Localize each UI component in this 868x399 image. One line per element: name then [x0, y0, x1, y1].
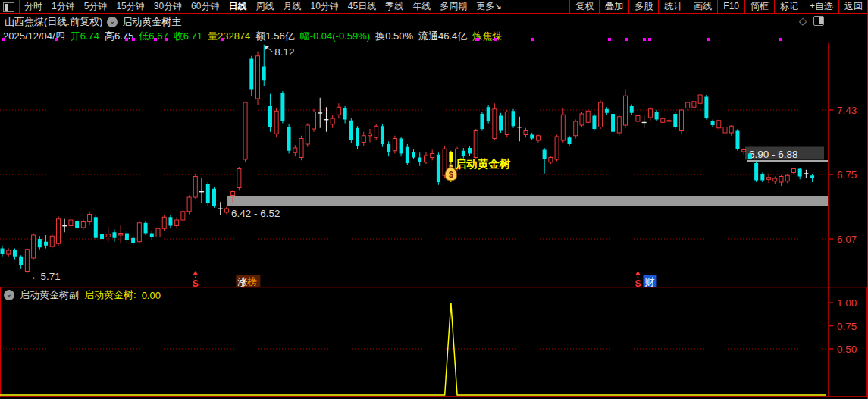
signal-dot	[125, 38, 128, 41]
title-bar-icons: ◇	[799, 16, 824, 26]
value-axis: 1.000.750.50	[829, 287, 857, 397]
svg-text:0.75: 0.75	[837, 321, 857, 332]
resistance-line: 6.90 - 6.88	[745, 147, 828, 163]
period-menu-item[interactable]: 更多↘	[476, 0, 502, 13]
toolbar-action-button[interactable]: 统计	[658, 0, 688, 13]
signal-dot	[608, 38, 611, 41]
subpanel-border	[1, 287, 868, 397]
sub-indicator-value: 0.00	[142, 290, 161, 301]
period-menu-item[interactable]: 分时	[24, 0, 42, 13]
info-segment: 换0.50%	[375, 30, 413, 42]
toolbar-action-button[interactable]: 多股	[628, 0, 658, 13]
resistance-label: 6.90 - 6.88	[749, 149, 798, 160]
period-menu-item[interactable]: 多周期	[440, 0, 467, 13]
svg-text:S: S	[635, 278, 641, 287]
sub-indicator-title[interactable]: 启动黄金树副	[20, 288, 79, 302]
signal-dot	[165, 38, 168, 41]
period-menu-item[interactable]: 1分钟	[52, 0, 75, 13]
toolbar-divider	[19, 0, 20, 13]
signal-dot	[476, 38, 479, 41]
signal-dot	[779, 38, 782, 41]
panel-toggle-icon[interactable]	[813, 16, 824, 26]
svg-text:0.50: 0.50	[837, 344, 857, 355]
high-annotation: 8.12	[265, 46, 294, 58]
support-band: 6.42 - 6.52	[227, 196, 828, 220]
chevron-down-icon[interactable]: ⌄	[4, 290, 14, 300]
signal-dot	[221, 38, 224, 41]
period-menu-item[interactable]: 10分钟	[310, 0, 338, 13]
period-menu-item[interactable]: 季线	[385, 0, 403, 13]
signal-dot	[531, 38, 534, 41]
price-axis: 7.436.756.07	[829, 43, 857, 287]
band-label: 6.42 - 6.52	[231, 208, 280, 219]
stock-terminal-app: 分时1分钟5分钟15分钟30分钟60分钟日线周线月线10分钟45日线季线年线多周…	[0, 0, 868, 399]
signal-dot	[132, 38, 135, 41]
info-segment: 高6.75	[105, 30, 133, 42]
toolbar-action-button[interactable]: 标记	[774, 0, 804, 13]
toolbar-action-button[interactable]: +自选	[804, 0, 838, 13]
signal-dot	[154, 38, 157, 41]
signal-dot	[707, 38, 710, 41]
toolbar-action-button[interactable]: 叠加	[599, 0, 628, 13]
indicator-subpanel: 1.000.750.50 ⌄ 启动黄金树副 启动黄金树: 0.00	[0, 287, 868, 397]
svg-text:S: S	[193, 278, 199, 287]
svg-text:6.75: 6.75	[837, 169, 857, 181]
period-menu-item[interactable]: 30分钟	[154, 0, 182, 13]
toolbar-action-button[interactable]: 画线	[688, 0, 717, 13]
info-segment: 额1.56亿	[255, 30, 294, 42]
info-segment: 流通46.4亿	[418, 30, 467, 42]
sub-indicator-label: 启动黄金树:	[84, 288, 136, 302]
signal-dot	[2, 38, 5, 41]
period-menu-item[interactable]: 60分钟	[191, 0, 219, 13]
stock-title: 山西焦煤(日线.前复权)	[5, 15, 102, 29]
gridlines	[0, 110, 829, 239]
signal-dot	[648, 38, 651, 41]
toolbar-action-button[interactable]: 返回	[838, 0, 868, 13]
info-segment: 量232874	[208, 30, 250, 42]
svg-text:$: $	[449, 171, 453, 179]
title-bar: 山西焦煤(日线.前复权) ⌄ 启动黄金树主 ◇	[5, 15, 868, 28]
period-menu-item[interactable]: 日线	[228, 0, 246, 13]
svg-text:启动黄金树: 启动黄金树	[455, 158, 511, 170]
period-menu-item[interactable]: 5分钟	[84, 0, 108, 13]
toolbar-action-button[interactable]: 简框	[744, 0, 774, 13]
info-segment: 收6.71	[174, 30, 202, 42]
period-menu-item[interactable]: 月线	[283, 0, 301, 13]
event-markers: S涨榜S财	[193, 271, 657, 287]
period-menu-item[interactable]: 15分钟	[116, 0, 144, 13]
candles	[1, 45, 815, 273]
period-toolbar: 分时1分钟5分钟15分钟30分钟60分钟日线周线月线10分钟45日线季线年线多周…	[0, 0, 868, 14]
svg-text:财: 财	[644, 276, 654, 287]
toolbar-action-button[interactable]: F10	[717, 0, 744, 13]
period-menu: 分时1分钟5分钟15分钟30分钟60分钟日线周线月线10分钟45日线季线年线多周…	[24, 0, 502, 13]
toolbar-actions: 复权叠加多股统计画线F10简框标记+自选返回	[569, 0, 868, 13]
window-split-icon[interactable]	[3, 2, 14, 12]
svg-text:涨榜: 涨榜	[237, 276, 257, 287]
subpanel-header: ⌄ 启动黄金树副 启动黄金树: 0.00	[4, 288, 161, 302]
period-menu-item[interactable]: 年线	[412, 0, 431, 13]
period-menu-item[interactable]: 45日线	[348, 0, 376, 13]
toolbar-action-button[interactable]: 复权	[569, 0, 599, 13]
indicator-chart[interactable]: 1.000.750.50	[0, 287, 868, 397]
low-annotation: ←5.71	[30, 271, 61, 282]
svg-text:7.43: 7.43	[837, 105, 857, 116]
signal-dot	[55, 38, 58, 41]
info-segment: 幅-0.04(-0.59%)	[300, 30, 370, 42]
chevron-down-icon[interactable]: ⌄	[107, 17, 118, 27]
svg-text:6.07: 6.07	[837, 234, 857, 245]
info-segment: 开6.74	[71, 30, 99, 42]
diamond-icon[interactable]: ◇	[799, 16, 807, 26]
svg-text:1.00: 1.00	[837, 297, 857, 309]
candlestick-chart[interactable]: 6.42 - 6.526.90 - 6.888.12←5.71启动黄金树$S涨榜…	[0, 43, 868, 287]
signal-label: 启动黄金树	[455, 158, 511, 170]
period-menu-item[interactable]: 周线	[255, 0, 274, 13]
signal-dot	[625, 38, 628, 41]
main-indicator-name[interactable]: 启动黄金树主	[122, 15, 181, 29]
signal-dot	[643, 38, 646, 41]
svg-text:←5.71: ←5.71	[30, 271, 61, 282]
signal-dot	[494, 38, 497, 41]
svg-text:8.12: 8.12	[274, 46, 294, 58]
